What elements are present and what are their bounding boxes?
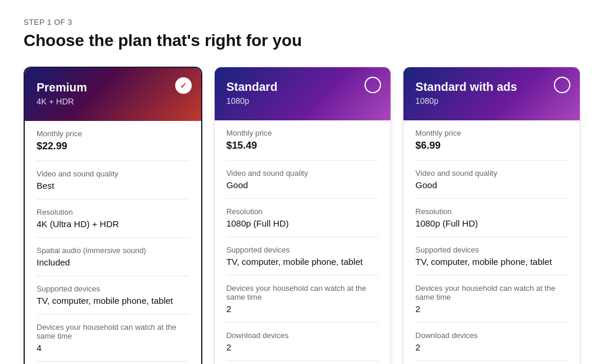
row-value-premium-3: Included: [37, 257, 189, 267]
plan-row-standard-0: Monthly price$15.49: [226, 120, 379, 160]
plan-row-premium-2: Resolution4K (Ultra HD) + HDR: [37, 199, 189, 238]
row-label-premium-3: Spatial audio (immersive sound): [37, 246, 189, 255]
row-label-standard-5: Download devices: [226, 331, 379, 340]
row-value-standard-ads-3: TV, computer, mobile phone, tablet: [415, 257, 568, 267]
row-label-standard-3: Supported devices: [226, 245, 379, 254]
plan-row-standard-ads-2: Resolution1080p (Full HD): [415, 199, 568, 237]
plans-container: Premium4K + HDRMonthly price$22.99Video …: [24, 67, 580, 364]
plan-card-premium[interactable]: Premium4K + HDRMonthly price$22.99Video …: [24, 67, 202, 364]
plan-row-premium-0: Monthly price$22.99: [37, 121, 189, 161]
plan-row-standard-4: Devices your household can watch at the …: [226, 276, 379, 323]
row-value-standard-ads-0: $6.99: [415, 140, 568, 152]
plan-row-premium-6: Download devices6: [37, 362, 189, 364]
row-label-premium-4: Supported devices: [37, 284, 189, 293]
row-label-premium-5: Devices your household can watch at the …: [37, 323, 189, 340]
plan-row-standard-ads-0: Monthly price$6.99: [415, 120, 568, 160]
row-value-premium-4: TV, computer, mobile phone, tablet: [37, 296, 189, 306]
plan-name-standard-ads: Standard with ads: [415, 80, 568, 94]
row-value-standard-2: 1080p (Full HD): [226, 218, 379, 228]
row-label-premium-0: Monthly price: [37, 129, 189, 138]
row-value-premium-0: $22.99: [37, 140, 189, 152]
plan-quality-standard: 1080p: [226, 96, 379, 106]
plan-card-standard-ads[interactable]: Standard with ads1080pMonthly price$6.99…: [403, 67, 580, 364]
plan-quality-premium: 4K + HDR: [37, 97, 189, 106]
plan-row-standard-ads-1: Video and sound qualityGood: [415, 160, 568, 199]
row-value-standard-ads-2: 1080p (Full HD): [415, 218, 568, 228]
row-value-standard-5: 2: [226, 342, 379, 352]
row-label-premium-2: Resolution: [37, 208, 189, 217]
plan-name-premium: Premium: [37, 81, 189, 94]
plan-row-premium-5: Devices your household can watch at the …: [37, 314, 189, 362]
row-label-standard-2: Resolution: [226, 207, 379, 216]
plan-row-standard-6: AdsNo ads: [226, 361, 379, 364]
row-value-standard-ads-1: Good: [415, 180, 568, 190]
plan-row-standard-ads-3: Supported devicesTV, computer, mobile ph…: [415, 237, 568, 276]
row-label-premium-1: Video and sound quality: [37, 169, 189, 178]
row-value-standard-1: Good: [226, 180, 379, 190]
row-value-premium-1: Best: [37, 181, 189, 191]
row-label-standard-0: Monthly price: [226, 129, 379, 137]
plan-row-premium-1: Video and sound qualityBest: [37, 161, 189, 199]
plan-row-standard-ads-6: AdsA few ad breaks: [415, 361, 568, 364]
plan-quality-standard-ads: 1080p: [415, 96, 568, 106]
plan-row-standard-3: Supported devicesTV, computer, mobile ph…: [226, 237, 379, 276]
row-label-standard-ads-3: Supported devices: [415, 245, 568, 254]
row-label-standard-ads-1: Video and sound quality: [415, 169, 568, 178]
plan-card-standard[interactable]: Standard1080pMonthly price$15.49Video an…: [214, 67, 392, 364]
selected-check-premium: [175, 77, 192, 94]
row-label-standard-ads-4: Devices your household can watch at the …: [415, 284, 568, 301]
row-value-standard-ads-4: 2: [415, 304, 568, 314]
row-label-standard-4: Devices your household can watch at the …: [226, 284, 379, 301]
plan-row-standard-ads-4: Devices your household can watch at the …: [415, 276, 568, 323]
page-title: Choose the plan that's right for you: [24, 31, 580, 50]
selected-check-standard-ads: [554, 77, 570, 93]
plan-row-standard-1: Video and sound qualityGood: [226, 160, 379, 199]
plan-row-standard-ads-5: Download devices2: [415, 323, 568, 361]
plan-row-standard-2: Resolution1080p (Full HD): [226, 199, 379, 237]
row-label-standard-ads-5: Download devices: [415, 331, 568, 340]
plan-name-standard: Standard: [226, 80, 379, 94]
row-value-standard-0: $15.49: [226, 140, 379, 152]
plan-row-premium-4: Supported devicesTV, computer, mobile ph…: [37, 276, 189, 314]
row-value-premium-2: 4K (Ultra HD) + HDR: [37, 219, 189, 229]
plan-row-premium-3: Spatial audio (immersive sound)Included: [37, 238, 189, 276]
row-label-standard-ads-2: Resolution: [415, 207, 568, 216]
row-value-standard-ads-5: 2: [415, 342, 568, 352]
row-label-standard-ads-0: Monthly price: [415, 129, 568, 137]
plan-row-standard-5: Download devices2: [226, 323, 379, 361]
step-label: STEP 1 OF 3: [24, 18, 580, 27]
row-value-standard-4: 2: [226, 304, 379, 314]
row-value-standard-3: TV, computer, mobile phone, tablet: [226, 257, 379, 267]
row-value-premium-5: 4: [37, 343, 189, 353]
row-label-standard-1: Video and sound quality: [226, 169, 379, 178]
